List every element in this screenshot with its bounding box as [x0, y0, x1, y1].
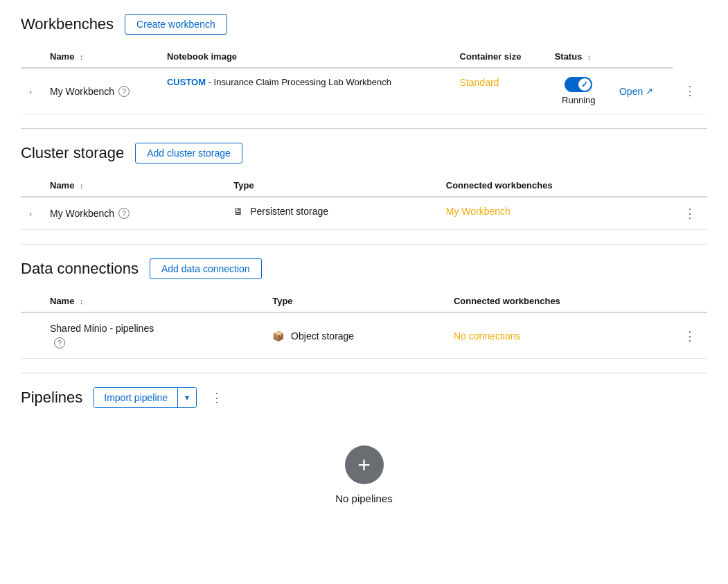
- dc-col-type: Type: [264, 290, 445, 312]
- section-divider-3: [21, 373, 707, 373]
- storage-col-name: Name ↕: [42, 175, 225, 197]
- pipelines-kebab-menu[interactable]: ⋮: [208, 387, 226, 408]
- storage-row-expand-chevron[interactable]: ›: [29, 209, 32, 219]
- workbench-actions-cell: Open ↗: [611, 68, 673, 114]
- dc-col-name: Name ↕: [42, 290, 264, 312]
- no-pipelines-label: No pipelines: [335, 493, 393, 504]
- workbench-name-label: My Workbench: [50, 86, 114, 97]
- row-expand-chevron[interactable]: ›: [29, 87, 32, 97]
- container-size-label: Standard: [460, 77, 499, 88]
- no-pipelines-area: + No pipelines: [21, 425, 707, 525]
- data-connections-table: Name ↕ Type Connected workbenches Shared…: [21, 290, 707, 359]
- persistent-storage-icon: 🖥: [233, 206, 243, 217]
- storage-help-icon[interactable]: ?: [118, 208, 130, 219]
- dc-type-label: Object storage: [291, 330, 354, 342]
- notebook-custom-label: CUSTOM: [167, 77, 206, 87]
- container-size-cell: Standard: [452, 68, 547, 114]
- toggle-check-icon: ✓: [581, 80, 588, 89]
- status-running-label: Running: [562, 95, 595, 105]
- storage-name-label: My Workbench: [50, 208, 114, 219]
- add-pipeline-plus-icon: +: [357, 454, 371, 476]
- create-workbench-button[interactable]: Create workbench: [125, 14, 227, 35]
- open-workbench-link[interactable]: Open ↗: [619, 86, 664, 97]
- notebook-image-suffix: - Insurance Claim Processing Lab Workben…: [206, 77, 391, 87]
- notebook-image-cell: CUSTOM - Insurance Claim Processing Lab …: [159, 68, 452, 114]
- data-connections-title: Data connections: [21, 260, 139, 278]
- object-storage-icon: 📦: [272, 330, 284, 342]
- data-connections-section: Data connections Add data connection Nam…: [21, 258, 707, 359]
- cluster-storage-table: Name ↕ Type Connected workbenches ›: [21, 175, 707, 230]
- dc-kebab-menu[interactable]: ⋮: [681, 326, 699, 346]
- pipelines-title: Pipelines: [21, 389, 82, 407]
- workbenches-col-notebook-image: Notebook image: [159, 46, 452, 68]
- status-cell: ✓ Running: [547, 68, 611, 114]
- workbenches-col-container-size: Container size: [452, 46, 547, 68]
- table-row: › My Workbench ? 🖥 Persistent storage My…: [21, 197, 707, 230]
- import-pipeline-dropdown-button[interactable]: ▾: [178, 388, 196, 407]
- status-toggle[interactable]: ✓: [565, 77, 592, 92]
- dc-help-icon[interactable]: ?: [54, 337, 65, 348]
- storage-type-cell: 🖥 Persistent storage: [225, 197, 438, 230]
- section-divider-1: [21, 128, 707, 129]
- workbenches-col-name: Name ↕: [42, 46, 159, 68]
- dropdown-arrow-icon: ▾: [185, 393, 189, 402]
- external-link-icon: ↗: [646, 86, 653, 96]
- dc-name-sort-icon[interactable]: ↕: [80, 297, 84, 306]
- dc-connected-cell: No connections: [445, 312, 673, 359]
- dc-col-connected: Connected workbenches: [445, 290, 673, 312]
- storage-col-type: Type: [225, 175, 438, 197]
- storage-connected-label: My Workbench: [446, 206, 511, 217]
- table-row: › My Workbench ? CUSTOM - Insurance Clai…: [21, 68, 707, 114]
- dc-connected-label: No connections: [454, 330, 521, 342]
- add-data-connection-button[interactable]: Add data connection: [150, 258, 262, 279]
- storage-name-sort-icon[interactable]: ↕: [80, 182, 84, 190]
- workbenches-section: Workbenches Create workbench Name ↕ Note…: [21, 14, 707, 114]
- workbench-kebab-menu[interactable]: ⋮: [681, 81, 699, 100]
- pipelines-section: Pipelines Import pipeline ▾ ⋮ + No pipel…: [21, 387, 707, 525]
- dc-type-cell: 📦 Object storage: [264, 312, 445, 359]
- dc-name-label: Shared Minio - pipelines: [50, 323, 154, 334]
- add-pipeline-circle[interactable]: +: [345, 445, 384, 484]
- add-cluster-storage-button[interactable]: Add cluster storage: [135, 143, 242, 163]
- cluster-storage-title: Cluster storage: [21, 144, 124, 162]
- name-sort-icon[interactable]: ↕: [80, 53, 84, 61]
- workbench-help-icon[interactable]: ?: [118, 86, 130, 97]
- storage-connected-cell: My Workbench: [438, 197, 673, 230]
- table-row: Shared Minio - pipelines ? 📦 Object stor…: [21, 312, 707, 359]
- storage-col-connected: Connected workbenches: [438, 175, 673, 197]
- workbenches-table: Name ↕ Notebook image Container size Sta…: [21, 46, 707, 114]
- section-divider-2: [21, 244, 707, 245]
- toggle-thumb: ✓: [578, 78, 591, 91]
- status-sort-icon[interactable]: ↕: [587, 53, 592, 61]
- import-pipeline-main-button[interactable]: Import pipeline: [94, 388, 178, 407]
- storage-type-label: Persistent storage: [250, 206, 328, 217]
- cluster-storage-section: Cluster storage Add cluster storage Name…: [21, 143, 707, 230]
- import-pipeline-button-group: Import pipeline ▾: [94, 387, 197, 408]
- workbenches-title: Workbenches: [21, 15, 114, 33]
- workbenches-col-status: Status ↕: [547, 46, 611, 68]
- storage-kebab-menu[interactable]: ⋮: [681, 204, 699, 223]
